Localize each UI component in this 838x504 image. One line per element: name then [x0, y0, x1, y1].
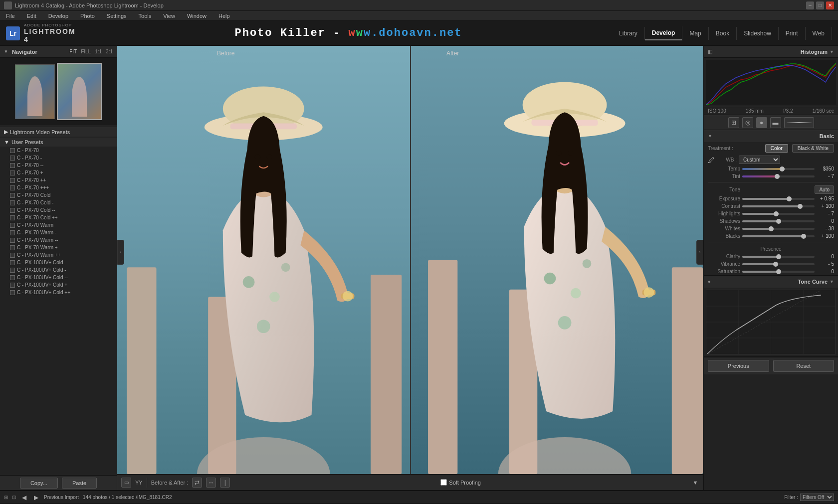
menu-window[interactable]: Window — [185, 13, 209, 19]
temp-thumb[interactable] — [780, 167, 785, 171]
preset-item[interactable]: C - PX-70 Cold — [0, 191, 117, 199]
main-area: ▼ Navigator FIT FILL 1:1 3:1 ▶ Lightroom… — [0, 46, 838, 490]
eyedropper-icon[interactable]: 🖊 — [708, 156, 715, 164]
minimize-button[interactable]: – — [806, 1, 814, 9]
blacks-slider[interactable] — [742, 235, 815, 237]
soft-proofing-checkbox[interactable] — [440, 479, 447, 486]
reset-button[interactable]: Reset — [773, 360, 835, 372]
clarity-slider[interactable] — [742, 256, 815, 258]
prev-import-back-icon[interactable]: ◀ — [20, 494, 28, 502]
menu-settings[interactable]: Settings — [105, 13, 129, 19]
tone-auto-button[interactable]: Auto — [815, 185, 834, 194]
preset-item[interactable]: C - PX-100UV+ Cold ++ — [0, 289, 117, 296]
clarity-thumb[interactable] — [776, 254, 781, 259]
svg-rect-1 — [127, 267, 156, 474]
maximize-button[interactable]: □ — [816, 1, 824, 9]
tint-slider[interactable] — [742, 175, 815, 177]
module-book[interactable]: Book — [709, 27, 737, 40]
right-panel-collapse[interactable]: › — [696, 240, 703, 265]
highlights-slider[interactable] — [742, 213, 815, 215]
user-presets-header[interactable]: ▼ User Presets — [0, 138, 117, 147]
menu-edit[interactable]: Edit — [25, 13, 38, 19]
saturation-slider[interactable] — [742, 271, 815, 273]
preset-item[interactable]: C - PX-70 Warm + — [0, 244, 117, 251]
whites-slider[interactable] — [742, 228, 815, 230]
menu-tools[interactable]: Tools — [137, 13, 154, 19]
zoom-fill[interactable]: FILL — [81, 49, 91, 54]
preset-item[interactable]: C - PX-70 Warm — [0, 221, 117, 229]
preset-item[interactable]: C - PX-70 Cold -- — [0, 206, 117, 214]
filter-select[interactable]: Filters Off Flagged Unflagged Rejected R… — [800, 494, 834, 501]
exposure-slider[interactable] — [742, 198, 815, 200]
zoom-3to1[interactable]: 3:1 — [106, 49, 113, 54]
preset-item[interactable]: C - PX-70 -- — [0, 162, 117, 169]
module-develop[interactable]: Develop — [645, 26, 683, 40]
contrast-slider[interactable] — [742, 205, 815, 207]
module-library[interactable]: Library — [612, 27, 645, 40]
menu-photo[interactable]: Photo — [78, 13, 97, 19]
bw-treatment-button[interactable]: Black & White — [792, 144, 834, 153]
wb-select[interactable]: Custom As Shot Auto Daylight Cloudy Shad… — [739, 156, 780, 164]
preset-item[interactable]: C - PX-100UV+ Cold -- — [0, 274, 117, 281]
preset-item[interactable]: C - PX-70 — [0, 147, 117, 154]
menu-view[interactable]: View — [161, 13, 177, 19]
module-web[interactable]: Web — [806, 27, 832, 40]
menu-develop[interactable]: Develop — [46, 13, 70, 19]
saturation-thumb[interactable] — [776, 269, 781, 274]
temp-slider[interactable] — [742, 168, 815, 170]
preset-item[interactable]: C - PX-70 Warm ++ — [0, 251, 117, 259]
basic-section-header[interactable]: ▼ Basic — [704, 130, 838, 142]
menu-file[interactable]: File — [4, 13, 17, 19]
exposure-thumb[interactable] — [787, 196, 792, 201]
preset-item[interactable]: C - PX-70 ++ — [0, 176, 117, 184]
preset-item[interactable]: C - PX-100UV+ Cold + — [0, 281, 117, 289]
navigator-collapse-icon[interactable]: ▼ — [4, 49, 8, 54]
preset-item[interactable]: C - PX-70 + — [0, 169, 117, 176]
vibrance-slider[interactable] — [742, 263, 815, 265]
contrast-thumb[interactable] — [798, 204, 803, 209]
zoom-1to1[interactable]: 1:1 — [95, 49, 102, 54]
whites-thumb[interactable] — [769, 226, 774, 231]
preset-item[interactable]: C - PX-70 Cold - — [0, 199, 117, 206]
view-mode-icon[interactable]: ▭ — [121, 478, 131, 488]
preset-item[interactable]: C - PX-100UV+ Cold — [0, 259, 117, 266]
vibrance-thumb[interactable] — [773, 262, 778, 267]
blacks-thumb[interactable] — [801, 234, 806, 239]
color-treatment-button[interactable]: Color — [765, 144, 788, 153]
adjustment-brush-tool[interactable] — [784, 117, 814, 128]
shadows-thumb[interactable] — [776, 219, 781, 224]
preset-item[interactable]: C - PX-70 +++ — [0, 184, 117, 191]
preset-item[interactable]: C - PX-70 Cold ++ — [0, 214, 117, 221]
tint-thumb[interactable] — [775, 174, 780, 179]
module-map[interactable]: Map — [682, 27, 708, 40]
presets-panel[interactable]: ▶ Lightroom Video Presets ▼ User Presets… — [0, 125, 117, 475]
shadows-slider[interactable] — [742, 220, 815, 222]
before-after-toggle-icon[interactable]: ↔ — [206, 478, 216, 488]
before-after-swap-icon[interactable]: ⇄ — [192, 478, 202, 488]
loupe-view-icon[interactable]: ⊡ — [12, 495, 16, 500]
module-slideshow[interactable]: Slideshow — [737, 27, 779, 40]
preset-item[interactable]: C - PX-70 Warm - — [0, 229, 117, 236]
before-after-split-icon[interactable]: | — [220, 478, 230, 488]
preset-item[interactable]: C - PX-100UV+ Cold - — [0, 266, 117, 274]
zoom-fit[interactable]: FIT — [69, 49, 77, 54]
preset-item[interactable]: C - PX-70 Warm -- — [0, 236, 117, 244]
graduated-filter-tool[interactable]: ▬ — [770, 117, 781, 128]
spot-removal-tool[interactable]: ◎ — [742, 117, 753, 128]
paste-button[interactable]: Paste — [62, 478, 97, 489]
menu-help[interactable]: Help — [216, 13, 232, 19]
preset-item[interactable]: C - PX-70 - — [0, 154, 117, 162]
module-print[interactable]: Print — [779, 27, 806, 40]
grid-view-icon[interactable]: ⊞ — [4, 495, 8, 500]
prev-import-fwd-icon[interactable]: ▶ — [32, 494, 40, 502]
highlights-thumb[interactable] — [774, 211, 779, 216]
video-presets-header[interactable]: ▶ Lightroom Video Presets — [0, 127, 117, 137]
previous-button[interactable]: Previous — [708, 360, 769, 372]
redeye-tool[interactable]: ● — [756, 117, 767, 128]
crop-tool[interactable]: ⊞ — [728, 117, 739, 128]
copy-button[interactable]: Copy... — [20, 478, 58, 489]
left-panel-collapse[interactable]: ‹ — [117, 240, 124, 265]
close-button[interactable]: ✕ — [826, 1, 834, 9]
toolbar-dropdown-icon[interactable]: ▼ — [691, 479, 699, 487]
tone-curve-header[interactable]: ● Tone Curve ▼ — [704, 276, 838, 288]
